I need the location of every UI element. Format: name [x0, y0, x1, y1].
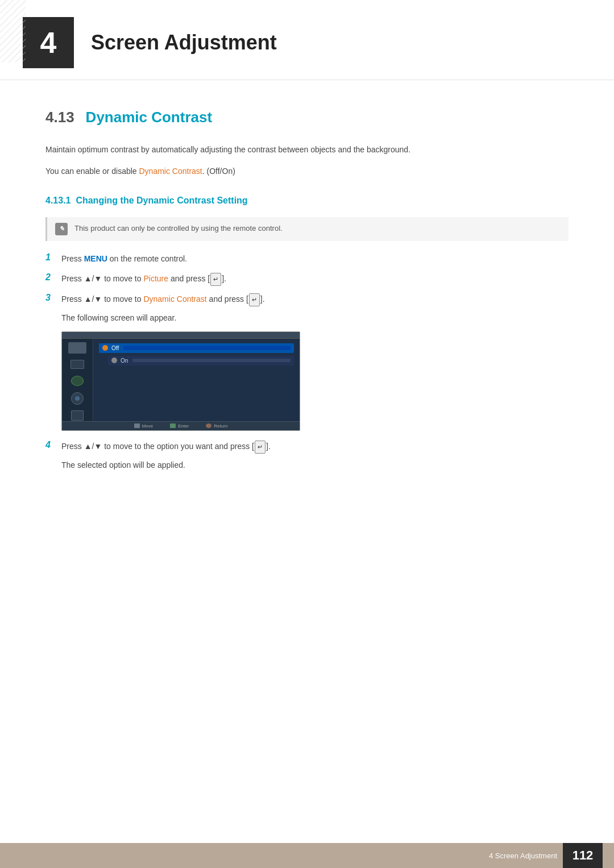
step-3-number: 3	[45, 293, 61, 303]
note-icon: ✎	[55, 223, 68, 235]
subsection-title-text: Changing the Dynamic Contrast Setting	[76, 196, 247, 205]
sidebar-icon-1	[68, 359, 86, 370]
menu-label-off: Off	[111, 345, 119, 351]
footer-item-move: Move	[134, 423, 154, 429]
section-title: 4.13Dynamic Contrast	[45, 109, 569, 126]
dynamic-contrast-link: Dynamic Contrast	[139, 167, 202, 176]
footer-label-move: Move	[142, 423, 154, 429]
description-1: Maintain optimum contrast by automatical…	[45, 143, 569, 157]
picture-link: Picture	[143, 274, 168, 283]
sidebar-icon-2	[68, 376, 86, 387]
diagonal-decoration	[0, 0, 26, 63]
menu-dot-off	[102, 345, 108, 351]
page-footer: 4 Screen Adjustment 112	[0, 843, 614, 868]
sidebar-icon-3	[68, 392, 86, 405]
section-number: 4.13	[45, 109, 74, 126]
step-3-subtext: The following screen will appear.	[61, 313, 569, 322]
step-4-list: 4 Press ▲/▼ to move to the option you wa…	[45, 440, 569, 454]
footer-page-number: 112	[563, 843, 603, 868]
note-text: This product can only be controlled by u…	[74, 223, 283, 235]
step-1-number: 1	[45, 252, 61, 263]
screenshot-main-area: Off On	[93, 339, 300, 421]
menu-screenshot: Off On Move Enter	[61, 331, 300, 431]
menu-label-on: On	[121, 358, 128, 364]
step-2-text: Press ▲/▼ to move to Picture and press […	[61, 272, 226, 286]
enter-key-4: ↵	[255, 441, 265, 454]
description-2: You can enable or disable Dynamic Contra…	[45, 165, 569, 178]
screenshot-titlebar	[62, 332, 300, 339]
chapter-number: 4	[23, 17, 74, 68]
step-2: 2 Press ▲/▼ to move to Picture and press…	[45, 272, 569, 286]
menu-dot-on	[111, 358, 117, 363]
step-4: 4 Press ▲/▼ to move to the option you wa…	[45, 440, 569, 454]
step-3-text: Press ▲/▼ to move to Dynamic Contrast an…	[61, 293, 265, 306]
footer-label-return: Return	[214, 423, 227, 429]
footer-label-enter: Enter	[178, 423, 189, 429]
footer-item-enter: Enter	[170, 423, 189, 429]
screenshot-footer: Move Enter Return	[62, 421, 300, 430]
step-4-number: 4	[45, 440, 61, 450]
step-4-subtext: The selected option will be applied.	[61, 460, 569, 470]
step-2-number: 2	[45, 272, 61, 283]
footer-icon-move	[134, 423, 140, 428]
subsection-title: 4.13.1 Changing the Dynamic Contrast Set…	[45, 196, 569, 206]
steps-list: 1 Press MENU on the remote control. 2 Pr…	[45, 252, 569, 306]
enter-key-3: ↵	[249, 293, 260, 306]
main-content: 4.13Dynamic Contrast Maintain optimum co…	[0, 86, 614, 522]
sidebar-icon-4	[68, 410, 86, 421]
sidebar-icon-tv	[68, 342, 86, 354]
step-1: 1 Press MENU on the remote control.	[45, 252, 569, 266]
footer-icon-return	[206, 423, 211, 428]
screenshot-sidebar	[62, 339, 93, 421]
footer-item-return: Return	[206, 423, 227, 429]
step-4-text: Press ▲/▼ to move to the option you want…	[61, 440, 271, 454]
menu-keyword-menu: MENU	[84, 254, 107, 263]
step-3: 3 Press ▲/▼ to move to Dynamic Contrast …	[45, 293, 569, 306]
svg-rect-1	[0, 0, 26, 63]
footer-chapter-label: 4 Screen Adjustment	[489, 852, 557, 860]
enter-key-2: ↵	[210, 273, 221, 286]
menu-row-off: Off	[99, 343, 294, 353]
section-title-text: Dynamic Contrast	[86, 109, 213, 126]
chapter-title: Screen Adjustment	[91, 31, 277, 55]
menu-row-on: On	[108, 356, 294, 366]
note-box: ✎ This product can only be controlled by…	[45, 217, 569, 241]
step-1-text: Press MENU on the remote control.	[61, 252, 187, 266]
page-header: 4 Screen Adjustment	[0, 0, 614, 80]
footer-icon-enter	[170, 423, 176, 428]
subsection-number: 4.13.1	[45, 196, 70, 205]
dynamic-contrast-step-link: Dynamic Contrast	[143, 294, 206, 304]
screenshot-body: Off On	[62, 339, 300, 421]
